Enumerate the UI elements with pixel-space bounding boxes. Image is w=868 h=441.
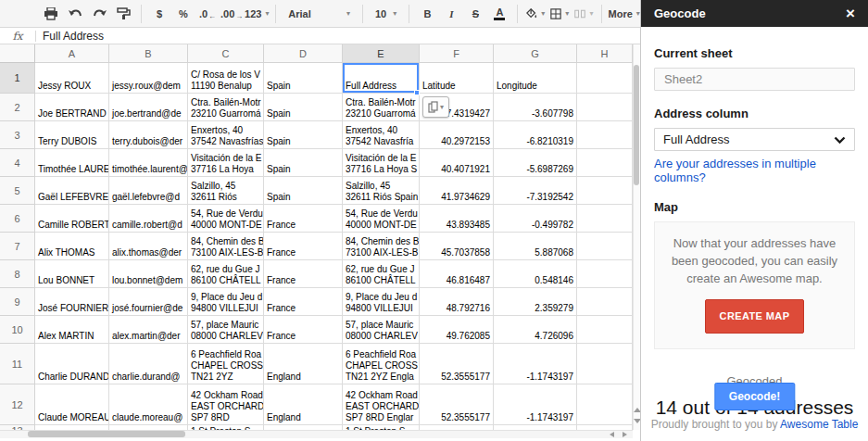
redo-button[interactable]	[90, 3, 108, 25]
row-header-2[interactable]: 2	[0, 94, 35, 121]
cell-C1[interactable]: C/ Rosa de los V 11190 Benalup	[188, 63, 264, 94]
selection-fill-handle[interactable]	[414, 90, 420, 95]
cell-B1[interactable]: jessy.roux@dem	[109, 63, 188, 94]
col-header-F[interactable]: F	[420, 44, 494, 63]
col-header-G[interactable]: G	[494, 44, 577, 63]
fill-color-button[interactable]: ▾	[526, 3, 545, 25]
cell-C9[interactable]: 9, Place du Jeu d 94800 VILLEJUI	[188, 288, 264, 316]
cell-E5[interactable]: Salzillo, 45 32611 Riós Spain	[343, 177, 420, 205]
cell-G12[interactable]: -1.1743197	[494, 384, 577, 425]
cell-C3[interactable]: Enxertos, 40 37542 Navasfrías	[188, 121, 264, 149]
paint-format-button[interactable]	[114, 3, 132, 25]
formula-bar-value[interactable]: Full Address	[36, 30, 104, 43]
merge-cells-button[interactable]: ▾	[574, 3, 593, 25]
cell-C11[interactable]: 6 Peachfield Roa CHAPEL CROSS TN21 2YZ	[188, 344, 264, 384]
cell-E7[interactable]: 84, Chemin des B 73100 AIX-LES-B	[343, 233, 420, 260]
cell-D4[interactable]: Spain	[264, 149, 343, 177]
row-header-7[interactable]: 7	[0, 233, 35, 260]
cell-F4[interactable]: 40.4071921	[420, 149, 494, 177]
paste-special-button[interactable]: ▾	[422, 96, 449, 118]
cell-D11[interactable]: England	[264, 344, 343, 384]
cell-D1[interactable]: Spain	[264, 63, 343, 94]
cell-F7[interactable]: 45.7037858	[420, 233, 494, 260]
cell-F9[interactable]: 48.792716	[420, 288, 494, 316]
cell-C12[interactable]: 42 Ockham Road EAST ORCHARD SP7 8RD	[188, 384, 264, 425]
row-header-3[interactable]: 3	[0, 121, 35, 149]
address-column-select[interactable]: Full Address	[654, 128, 855, 151]
cell-A5[interactable]: Gaël LEFEBVRE	[35, 177, 109, 205]
col-header-A[interactable]: A	[35, 44, 109, 63]
cell-C10[interactable]: 57, place Mauric 08000 CHARLEV	[188, 316, 264, 344]
cell-A4[interactable]: Timothée LAURENT	[35, 149, 109, 177]
text-color-button[interactable]: A ▾	[490, 3, 509, 25]
cell-H2[interactable]	[577, 94, 633, 121]
cell-B6[interactable]: camille.robert@d	[109, 205, 188, 233]
cell-A12[interactable]: Claude MOREAU	[35, 384, 109, 425]
row-header-4[interactable]: 4	[0, 149, 35, 177]
cell-A9[interactable]: José FOURNIER	[35, 288, 109, 316]
cell-C7[interactable]: 84, Chemin des B 73100 AIX-LES-B	[188, 233, 264, 260]
row-header-5[interactable]: 5	[0, 177, 35, 205]
row-header-1[interactable]: 1	[0, 63, 35, 94]
font-family-select[interactable]: Arial▾	[284, 3, 354, 25]
cell-A10[interactable]: Alex MARTIN	[35, 316, 109, 344]
cell-C2[interactable]: Ctra. Bailén-Motr 23210 Guarromá	[188, 94, 264, 121]
bold-button[interactable]: B	[418, 3, 436, 25]
cell-C6[interactable]: 54, Rue de Verdu 40000 MONT-DE	[188, 205, 264, 233]
cell-B9[interactable]: josé.fournier@de	[109, 288, 188, 316]
increase-decimals-button[interactable]: .00→	[222, 3, 241, 25]
cell-E9[interactable]: 9, Place du Jeu d 94800 VILLEJUI	[343, 288, 420, 316]
cell-B5[interactable]: gaël.lefebvre@d	[109, 177, 188, 205]
scroll-left-arrow[interactable]	[610, 432, 614, 437]
cell-H3[interactable]	[577, 121, 633, 149]
cell-D9[interactable]: France	[264, 288, 343, 316]
awesome-table-link[interactable]: Awesome Table	[780, 418, 858, 431]
cell-H9[interactable]	[577, 288, 633, 316]
cell-H4[interactable]	[577, 149, 633, 177]
cell-E8[interactable]: 62, rue du Gue J 86100 CHÂTELL	[343, 260, 420, 288]
cell-D10[interactable]: France	[264, 316, 343, 344]
percent-format-button[interactable]: %	[174, 3, 193, 25]
cell-E3[interactable]: Enxertos, 40 37542 Navasfría	[343, 121, 420, 149]
cell-E4[interactable]: Visitación de la E 37716 La Hoya S	[343, 149, 420, 177]
cell-D6[interactable]: France	[264, 205, 343, 233]
cell-F6[interactable]: 43.893485	[420, 205, 494, 233]
col-header-D[interactable]: D	[264, 44, 343, 63]
decrease-decimals-button[interactable]: .0←	[198, 3, 217, 25]
cell-B2[interactable]: joe.bertrand@de	[109, 94, 188, 121]
cell-A7[interactable]: Alix THOMAS	[35, 233, 109, 260]
cell-B12[interactable]: claude.moreau@	[109, 384, 188, 425]
cell-B4[interactable]: timothée.laurent@	[109, 149, 188, 177]
cell-G9[interactable]: 2.359279	[494, 288, 577, 316]
cell-F12[interactable]: 52.3555177	[420, 384, 494, 425]
cell-C4[interactable]: Visitación de la E 37716 La Hoya	[188, 149, 264, 177]
vertical-scrollbar-thumb[interactable]	[634, 65, 639, 185]
cell-D12[interactable]: England	[264, 384, 343, 425]
cell-H12[interactable]	[577, 384, 633, 425]
cell-G11[interactable]: -1.1743197	[494, 344, 577, 384]
cell-G7[interactable]: 5.887068	[494, 233, 577, 260]
cell-H10[interactable]	[577, 316, 633, 344]
cell-G2[interactable]: -3.607798	[494, 94, 577, 121]
cell-F11[interactable]: 52.3555177	[420, 344, 494, 384]
cell-C5[interactable]: Salzillo, 45 32611 Riós	[188, 177, 264, 205]
cell-F5[interactable]: 41.9734629	[420, 177, 494, 205]
col-header-H[interactable]: H	[577, 44, 633, 63]
strikethrough-button[interactable]: S	[466, 3, 484, 25]
row-header-11[interactable]: 11	[0, 344, 35, 384]
cell-E1[interactable]: Full Address	[343, 63, 420, 94]
italic-button[interactable]: I	[442, 3, 460, 25]
cell-A8[interactable]: Lou BONNET	[35, 260, 109, 288]
cell-G8[interactable]: 0.548146	[494, 260, 577, 288]
cell-D7[interactable]: France	[264, 233, 343, 260]
col-header-C[interactable]: C	[188, 44, 264, 63]
col-header-B[interactable]: B	[109, 44, 188, 63]
font-size-select[interactable]: 10▾	[371, 3, 400, 25]
row-header-12[interactable]: 12	[0, 384, 35, 425]
cell-E12[interactable]: 42 Ockham Road EAST ORCHARD SP7 8RD Engl…	[343, 384, 420, 425]
close-icon[interactable]: ×	[846, 6, 855, 21]
print-button[interactable]	[42, 3, 60, 25]
cell-D3[interactable]: Spain	[264, 121, 343, 149]
create-map-button[interactable]: CREATE MAP	[705, 299, 805, 334]
cell-E6[interactable]: 54, Rue de Verdu 40000 MONT-DE	[343, 205, 420, 233]
